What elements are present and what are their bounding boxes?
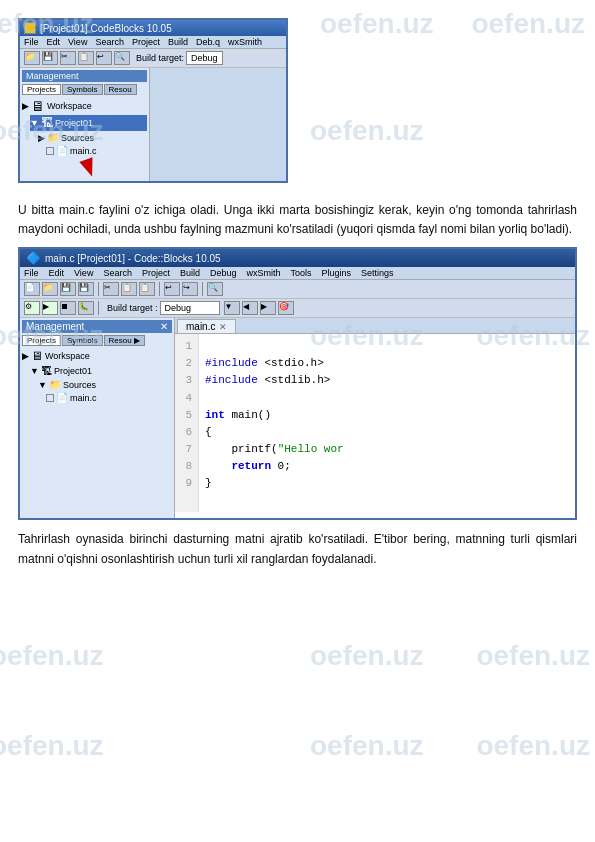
ide-menubar-main[interactable]: File Edit View Search Project Build Debu… (20, 267, 575, 280)
folder-icon-small: 📁 (47, 132, 59, 143)
tab-projects-small[interactable]: Projects (22, 84, 61, 95)
watermark-vbot-right2: oefen.uz (476, 730, 590, 762)
ln-8: 8 (181, 458, 192, 475)
code-area[interactable]: 1 2 3 4 5 6 7 8 9 #include <stdio.h> #in… (175, 334, 575, 512)
watermark-bot-left: oefen.uz (0, 640, 104, 672)
code-tab-bar: main.c ✕ (175, 318, 575, 334)
toolbar-btn-6[interactable]: 🔍 (114, 51, 130, 65)
menu-wxsmith-main[interactable]: wxSmith (246, 268, 280, 278)
management-close[interactable]: ✕ (160, 321, 168, 332)
tab-projects-main[interactable]: Projects (22, 335, 61, 346)
tb-next[interactable]: ▶ (260, 301, 276, 315)
ln-2: 2 (181, 355, 192, 372)
tab-resou-small[interactable]: Resou (104, 84, 137, 95)
tb-save[interactable]: 💾 (60, 282, 76, 296)
tb-build[interactable]: ⚙ (24, 301, 40, 315)
menu-search-small[interactable]: Search (95, 37, 124, 47)
tb-undo[interactable]: ↩ (164, 282, 180, 296)
menu-debug-small[interactable]: Deb.q (196, 37, 220, 47)
tb-redo[interactable]: ↪ (182, 282, 198, 296)
menu-view-small[interactable]: View (68, 37, 87, 47)
menu-tools-main[interactable]: Tools (291, 268, 312, 278)
menu-build-main[interactable]: Build (180, 268, 200, 278)
paragraph1-text: U bitta main.c faylini o'z ichiga oladi.… (18, 203, 577, 236)
tab-resou-main[interactable]: Resou ▶ (104, 335, 145, 346)
watermark-vbot-left: oefen.uz (0, 730, 104, 762)
tb-paste[interactable]: 📋 (139, 282, 155, 296)
tb-debug[interactable]: 🐛 (78, 301, 94, 315)
mainc-label-main: main.c (70, 393, 97, 403)
menu-project-small[interactable]: Project (132, 37, 160, 47)
management-panel-small: Management Projects Symbols Resou ▶ 🖥 Wo… (20, 68, 150, 181)
menu-file-small[interactable]: File (24, 37, 39, 47)
ide-toolbar-row1: 📄 📁 💾 💾 ✂ 📋 📋 ↩ ↪ 🔍 (20, 280, 575, 299)
expand-icon-src-small: ▶ (38, 133, 45, 143)
paragraph2-text: Tahrirlash oynasida birinchi dasturning … (18, 532, 577, 565)
menu-debug-main[interactable]: Debug (210, 268, 237, 278)
menu-build-small[interactable]: Build (168, 37, 188, 47)
tb-find[interactable]: 🔍 (207, 282, 223, 296)
menu-wxsmith-small[interactable]: wxSmith (228, 37, 262, 47)
code-tab-close[interactable]: ✕ (219, 322, 227, 332)
tb-run[interactable]: ▶ (42, 301, 58, 315)
tb-dropdown[interactable]: ▼ (224, 301, 240, 315)
expand-icon-proj-small: ▼ (30, 118, 39, 128)
tb-cut[interactable]: ✂ (103, 282, 119, 296)
menu-file-main[interactable]: File (24, 268, 39, 278)
tree-sources-small[interactable]: ▶ 📁 Sources (38, 131, 147, 144)
title-icon-main: 🔷 (26, 251, 41, 265)
ln-4: 4 (181, 390, 192, 407)
file-check-main (46, 394, 54, 402)
tb-open[interactable]: 📁 (42, 282, 58, 296)
build-target-value-main[interactable]: Debug (160, 301, 220, 315)
tree-mainc-main[interactable]: 📄 main.c (46, 391, 172, 404)
tb-prev[interactable]: ◀ (242, 301, 258, 315)
build-target-value-small[interactable]: Debug (186, 51, 223, 65)
ln-1: 1 (181, 338, 192, 355)
ide-titlebar-main: 🔷 main.c [Project01] - Code::Blocks 10.0… (20, 249, 575, 267)
tb-stop[interactable]: ⏹ (60, 301, 76, 315)
toolbar-btn-2[interactable]: 💾 (42, 51, 58, 65)
code-tab-mainc[interactable]: main.c ✕ (177, 319, 236, 333)
tree-project01-main[interactable]: ▼ 🏗 Project01 (30, 364, 172, 378)
toolbar-btn-5[interactable]: ↩ (96, 51, 112, 65)
tb-target[interactable]: 🎯 (278, 301, 294, 315)
workspace-label-small: Workspace (47, 101, 92, 111)
ide-window-main: 🔷 main.c [Project01] - Code::Blocks 10.0… (18, 247, 577, 520)
tab-symbols-main[interactable]: Symbols (62, 335, 103, 346)
menu-edit-small[interactable]: Edt (47, 37, 61, 47)
management-panel-main: Management ✕ Projects Symbols Resou ▶ ▶ … (20, 318, 175, 518)
menu-edit-main[interactable]: Edit (49, 268, 65, 278)
code-content[interactable]: #include <stdio.h> #include <stdlib.h> i… (199, 334, 350, 512)
code-line-9 (205, 494, 212, 506)
tree-mainc-small[interactable]: 📄 main.c (46, 144, 147, 157)
menu-search-main[interactable]: Search (103, 268, 132, 278)
tb-sep4 (98, 301, 99, 315)
tb-new[interactable]: 📄 (24, 282, 40, 296)
tree-sources-main[interactable]: ▼ 📁 Sources (38, 378, 172, 391)
sources-label-main: Sources (63, 380, 96, 390)
ide-window-small: [Project01] CodeBlocks 10.05 File Edt Vi… (18, 18, 288, 183)
watermark-vbot-right1: oefen.uz (310, 730, 424, 762)
title-icon-small (24, 22, 36, 34)
menu-project-main[interactable]: Project (142, 268, 170, 278)
menu-view-main[interactable]: View (74, 268, 93, 278)
tree-project01-small[interactable]: ▼ 🏗 Project01 (30, 115, 147, 131)
folder-icon-main: 📁 (49, 379, 61, 390)
tb-saveall[interactable]: 💾 (78, 282, 94, 296)
menu-plugins-main[interactable]: Plugins (322, 268, 352, 278)
tree-workspace-small[interactable]: ▶ 🖥 Workspace (22, 97, 147, 115)
code-line-8: } (205, 477, 212, 489)
ln-9: 9 (181, 475, 192, 492)
menu-settings-main[interactable]: Settings (361, 268, 394, 278)
tab-symbols-small[interactable]: Symbols (62, 84, 103, 95)
management-label: Management (26, 321, 84, 332)
tree-workspace-main[interactable]: ▶ 🖥 Workspace (22, 348, 172, 364)
toolbar-btn-3[interactable]: ✂ (60, 51, 76, 65)
cursor-area (82, 159, 147, 179)
code-line-2: #include <stdlib.h> (205, 374, 330, 386)
tb-copy[interactable]: 📋 (121, 282, 137, 296)
ide-menubar-small[interactable]: File Edt View Search Project Build Deb.q… (20, 36, 286, 49)
toolbar-btn-4[interactable]: 📋 (78, 51, 94, 65)
toolbar-btn-1[interactable]: 📁 (24, 51, 40, 65)
